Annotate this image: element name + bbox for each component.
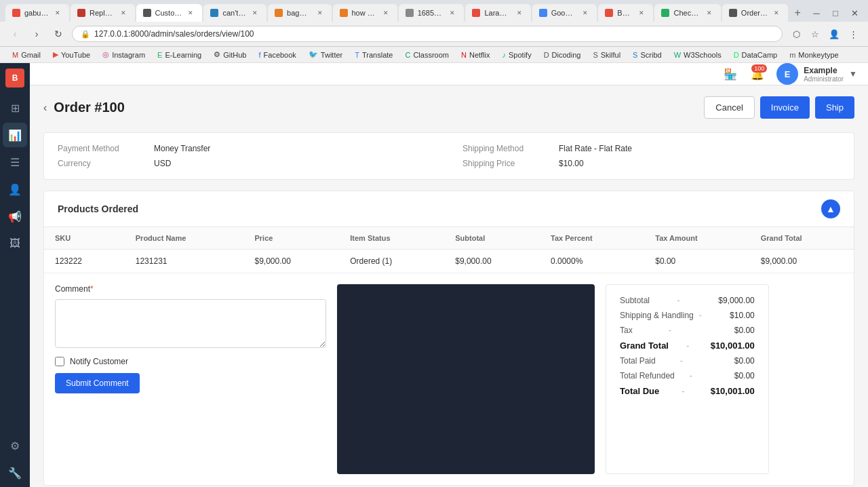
tax-row: Tax - $0.00 [620, 326, 755, 335]
bookmark-gmail[interactable]: M Gmail [7, 50, 46, 60]
forward-button[interactable]: › [28, 26, 45, 42]
bookmark-skilful[interactable]: S Skilful [587, 50, 626, 60]
bookmark-datacamp[interactable]: D DataCamp [728, 50, 783, 60]
sidebar-item-settings[interactable]: ⚙ [3, 433, 27, 458]
tab-10[interactable]: Boo... ✕ [598, 4, 653, 22]
tab-1[interactable]: gabut t... ✕ [5, 4, 69, 22]
new-tab-button[interactable]: + [789, 4, 806, 22]
total-refunded-dash: - [690, 371, 692, 381]
tab-8[interactable]: Laravel... ✕ [465, 4, 530, 22]
sidebar-logo: B [5, 69, 24, 87]
tab-close-5[interactable]: ✕ [315, 8, 325, 18]
bookmark-instagram[interactable]: ◎ Instagram [97, 49, 151, 60]
shipping-handling-label: Shipping & Handling [620, 311, 694, 320]
back-button[interactable]: ‹ [43, 102, 47, 114]
cancel-button[interactable]: Cancel [704, 96, 754, 119]
sidebar-item-dashboard[interactable]: ⊞ [3, 96, 27, 120]
sidebar-item-marketing[interactable]: 📢 [3, 204, 27, 229]
shipping-handling-dash: - [699, 311, 702, 320]
comment-textarea[interactable] [55, 299, 326, 348]
subtotal-value: $9,000.00 [707, 296, 755, 305]
top-bar: 🏪 🔔 100 E Example Administrator ▼ [30, 63, 868, 85]
cell-price: $9,000.00 [243, 250, 339, 273]
tab-11[interactable]: Checko... ✕ [654, 4, 720, 22]
sidebar-item-catalog[interactable]: 🖼 [3, 231, 27, 256]
bookmark-translate[interactable]: T Translate [349, 50, 398, 60]
collapse-button[interactable]: ▲ [821, 199, 840, 218]
tab-close-7[interactable]: ✕ [448, 8, 457, 18]
shipping-handling-value: $10.00 [707, 311, 755, 320]
close-button[interactable]: ✕ [846, 5, 863, 21]
bookmark-elearning[interactable]: E E-Learning [152, 50, 207, 60]
total-refunded-row: Total Refunded - $0.00 [620, 371, 755, 381]
total-paid-label: Total Paid [620, 356, 656, 366]
tab-12[interactable]: Order #... ✕ [722, 4, 788, 22]
bookmark-facebook[interactable]: f Facebook [253, 50, 301, 60]
bookmark-netflix[interactable]: N Netflix [456, 50, 496, 60]
tab-7[interactable]: 168564... ✕ [399, 4, 465, 22]
page-title-section: ‹ Order #100 [43, 100, 125, 115]
bookmark-monkeytype[interactable]: m Monkeytype [784, 50, 844, 60]
elearning-icon: E [157, 51, 162, 59]
tab-close-12[interactable]: ✕ [772, 8, 781, 18]
currency-value: USD [154, 159, 171, 168]
header-actions: Cancel Invoice Ship [704, 96, 854, 119]
tab-close-8[interactable]: ✕ [515, 8, 524, 18]
submit-comment-button[interactable]: Submit Comment [55, 373, 140, 393]
profile-button[interactable]: 👤 [826, 26, 842, 42]
sidebar-item-tools[interactable]: 🔧 [3, 461, 27, 485]
tab-close-10[interactable]: ✕ [637, 8, 646, 18]
tab-close-2[interactable]: ✕ [119, 8, 128, 18]
total-due-label: Total Due [620, 386, 659, 396]
tab-close-1[interactable]: ✕ [53, 8, 62, 18]
invoice-button[interactable]: Invoice [760, 96, 810, 119]
avatar: E [776, 63, 798, 85]
tab-5[interactable]: bagain... ✕ [268, 4, 331, 22]
subtotal-dash: - [677, 296, 679, 305]
tab-9[interactable]: Google... ✕ [532, 4, 597, 22]
bottom-content: Comment* Notify Customer Submit Comment [44, 273, 854, 485]
tab-3[interactable]: Custom... ✕ [136, 4, 203, 22]
products-table-header-row: SKU Product Name Price Item Status Subto… [44, 227, 854, 250]
store-icon-button[interactable]: 🏪 [719, 63, 741, 85]
tab-6[interactable]: how ca... ✕ [333, 4, 397, 22]
tab-close-6[interactable]: ✕ [381, 8, 391, 18]
sidebar-item-orders[interactable]: ☰ [3, 150, 27, 174]
tab-4[interactable]: can't u... ✕ [203, 4, 267, 22]
required-marker: * [90, 284, 94, 294]
address-bar[interactable]: 🔒 127.0.0.1:8000/admin/sales/orders/view… [72, 26, 783, 42]
maximize-button[interactable]: □ [827, 5, 844, 21]
bookmark-github[interactable]: ⚙ GitHub [208, 49, 252, 60]
products-section: Products Ordered ▲ SKU Product Name Pric… [43, 191, 854, 486]
notifications-button[interactable]: 🔔 100 [747, 63, 768, 85]
bookmark-youtube[interactable]: ▶ YouTube [47, 49, 96, 60]
twitter-icon: 🐦 [309, 50, 318, 59]
user-info[interactable]: E Example Administrator ▼ [776, 63, 857, 85]
bookmark-dicoding[interactable]: D Dicoding [538, 50, 587, 60]
sidebar-item-analytics[interactable]: 📊 [3, 123, 27, 147]
sidebar-item-customers[interactable]: 👤 [3, 177, 27, 201]
bookmark-button[interactable]: ☆ [807, 26, 823, 42]
tab-close-3[interactable]: ✕ [186, 8, 195, 18]
tab-close-4[interactable]: ✕ [250, 8, 260, 18]
bookmark-spotify[interactable]: ♪ Spotify [497, 50, 537, 60]
ship-button[interactable]: Ship [815, 96, 854, 119]
notification-badge: 100 [751, 64, 767, 73]
minimize-button[interactable]: ─ [808, 5, 825, 21]
notify-customer-checkbox[interactable] [55, 357, 64, 366]
address-text: 127.0.0.1:8000/admin/sales/orders/view/1… [94, 29, 254, 39]
tab-close-9[interactable]: ✕ [580, 8, 590, 18]
bookmark-scribd[interactable]: S Scribd [627, 50, 667, 60]
tab-2[interactable]: Reply t... ✕ [71, 4, 135, 22]
tax-label: Tax [620, 326, 633, 335]
bookmark-w3schools[interactable]: W W3Schools [669, 50, 727, 60]
tab-close-11[interactable]: ✕ [705, 8, 714, 18]
back-button[interactable]: ‹ [7, 26, 23, 42]
extensions-button[interactable]: ⬡ [788, 26, 804, 42]
bookmark-twitter[interactable]: 🐦 Twitter [303, 49, 348, 60]
more-button[interactable]: ⋮ [845, 26, 861, 42]
subtotal-row: Subtotal - $9,000.00 [620, 296, 755, 305]
bookmark-classroom[interactable]: C Classroom [399, 50, 454, 60]
reload-button[interactable]: ↻ [50, 26, 66, 42]
grand-total-dash: - [686, 341, 689, 351]
